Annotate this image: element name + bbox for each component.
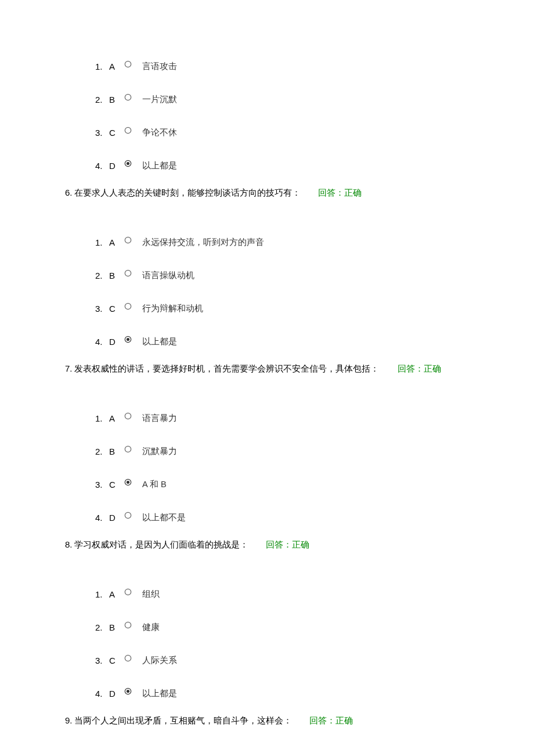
radio-unselected-icon[interactable] [124,588,132,596]
option-number: 4. [95,161,108,171]
q6-options: 1. A 永远保持交流，听到对方的声音 2. B 语言操纵动机 3. C 行为辩… [65,237,534,347]
svg-point-13 [127,481,129,484]
option-row: 3. C 行为辩解和动机 [95,303,534,314]
option-row: 2. B 沉默暴力 [95,446,534,457]
option-number: 1. [95,62,108,71]
option-text: 永远保持交流，听到对方的声音 [142,237,264,248]
radio-unselected-icon[interactable] [124,236,132,244]
option-text: 以上都是 [142,160,177,171]
option-text: 争论不休 [142,127,177,138]
option-row: 2. B 一片沉默 [95,94,534,105]
feedback-correct: 回答：正确 [398,363,441,375]
question-text: 学习权威对话，是因为人们面临着的挑战是： [74,539,248,550]
radio-unselected-icon[interactable] [124,303,132,310]
option-row: 1. A 语言暴力 [95,413,534,424]
question-9: 9. 当两个人之间出现矛盾，互相赌气，暗自斗争，这样会： 回答：正确 [65,715,534,726]
svg-point-19 [127,690,129,693]
option-number: 3. [95,480,108,489]
radio-unselected-icon[interactable] [124,654,132,662]
radio-unselected-icon[interactable] [124,60,132,68]
radio-unselected-icon[interactable] [124,412,132,420]
option-number: 4. [95,337,108,347]
option-text: 语言暴力 [142,413,177,424]
option-text: 语言操纵动机 [142,270,194,281]
option-number: 3. [95,128,108,138]
radio-selected-icon[interactable] [124,687,132,695]
option-row: 4. D 以上都是 [95,336,534,347]
option-number: 1. [95,237,108,247]
radio-unselected-icon[interactable] [124,445,132,453]
svg-point-6 [125,270,131,276]
svg-point-1 [125,94,131,100]
option-row: 3. C 人际关系 [95,655,534,666]
option-number: 3. [95,656,108,665]
radio-selected-icon[interactable] [124,160,132,167]
option-row: 4. D 以上都是 [95,160,534,171]
option-number: 2. [95,95,108,105]
feedback-correct: 回答：正确 [318,188,362,199]
option-text: 言语攻击 [142,61,177,72]
radio-unselected-icon[interactable] [124,127,132,134]
option-number: 1. [95,413,108,423]
radio-unselected-icon[interactable] [124,93,132,101]
radio-selected-icon[interactable] [124,336,132,343]
option-row: 4. D 以上都不是 [95,512,534,523]
option-text: 一片沉默 [142,94,177,105]
question-text: 在要求人人表态的关键时刻，能够控制谈话方向的技巧有： [74,188,301,199]
feedback-correct: 回答：正确 [266,539,309,550]
radio-unselected-icon[interactable] [124,512,132,519]
svg-point-10 [125,413,131,419]
svg-point-7 [125,303,131,309]
svg-point-4 [127,162,129,165]
option-text: 以上都是 [142,336,177,347]
option-row: 2. B 健康 [95,622,534,633]
option-number: 2. [95,271,108,280]
q5-options: 1. A 言语攻击 2. B 一片沉默 3. C 争论不休 4. D 以上都是 [65,61,534,171]
svg-point-14 [125,512,131,518]
option-number: 4. [95,513,108,523]
radio-unselected-icon[interactable] [124,269,132,277]
q7-options: 1. A 语言暴力 2. B 沉默暴力 3. C A 和 B 4. D 以上都不… [65,413,534,523]
feedback-correct: 回答：正确 [309,715,353,726]
option-row: 3. C A 和 B [95,479,534,490]
option-row: 4. D 以上都是 [95,688,534,699]
svg-point-11 [125,446,131,452]
radio-unselected-icon[interactable] [124,621,132,629]
question-number: 9. [65,715,73,725]
option-text: 健康 [142,622,160,633]
option-text: A 和 B [142,479,167,490]
svg-point-2 [125,127,131,133]
svg-point-17 [125,655,131,661]
option-text: 组织 [142,589,160,600]
option-row: 1. A 组织 [95,589,534,600]
question-8: 8. 学习权威对话，是因为人们面临着的挑战是： 回答：正确 [65,539,534,550]
svg-point-0 [125,61,131,67]
question-6: 6. 在要求人人表态的关键时刻，能够控制谈话方向的技巧有： 回答：正确 [65,188,534,199]
question-7: 7. 发表权威性的讲话，要选择好时机，首先需要学会辨识不安全信号，具体包括： 回… [65,363,534,375]
radio-selected-icon[interactable] [124,478,132,486]
svg-point-16 [125,622,131,628]
option-row: 2. B 语言操纵动机 [95,270,534,281]
question-number: 7. [65,363,73,373]
svg-point-5 [125,237,131,243]
q8-options: 1. A 组织 2. B 健康 3. C 人际关系 4. D 以上都是 [65,589,534,699]
option-number: 2. [95,622,108,632]
option-number: 4. [95,689,108,699]
question-text: 发表权威性的讲话，要选择好时机，首先需要学会辨识不安全信号，具体包括： [74,363,379,375]
option-number: 3. [95,304,108,314]
question-number: 8. [65,539,73,549]
svg-point-9 [127,338,129,341]
option-number: 1. [95,589,108,599]
svg-point-15 [125,589,131,595]
option-text: 沉默暴力 [142,446,177,457]
option-text: 以上都不是 [142,512,186,523]
option-number: 2. [95,447,108,456]
option-text: 人际关系 [142,655,177,666]
option-text: 以上都是 [142,688,177,699]
option-row: 1. A 言语攻击 [95,61,534,72]
option-row: 3. C 争论不休 [95,127,534,138]
option-text: 行为辩解和动机 [142,303,203,314]
option-row: 1. A 永远保持交流，听到对方的声音 [95,237,534,248]
question-number: 6. [65,188,73,197]
question-text: 当两个人之间出现矛盾，互相赌气，暗自斗争，这样会： [74,715,292,726]
